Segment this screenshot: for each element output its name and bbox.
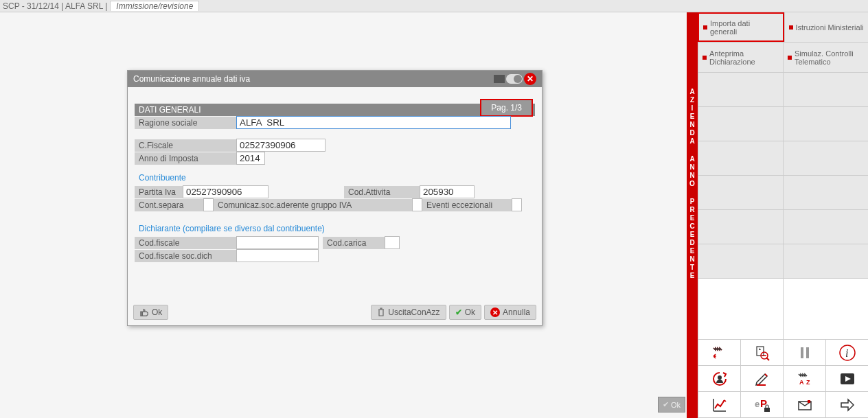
breadcrumb: SCP - 31/12/14 | ALFA SRL | (3, 1, 107, 11)
label-c-fiscale: C.Fiscale (135, 139, 236, 152)
section-contribuente: Contribuente (135, 170, 535, 185)
label-cod-fiscale: Cod.fiscale (135, 237, 236, 249)
empty-cell (698, 210, 783, 244)
label-cod-attivita: Cod.Attivita (344, 186, 420, 198)
ep-lock-icon: eP (753, 396, 771, 414)
empty-cell (698, 107, 783, 141)
info-icon: i (838, 344, 856, 362)
refresh-user-icon (711, 370, 729, 388)
pause-button[interactable] (783, 340, 825, 366)
input-eventi[interactable] (512, 198, 522, 211)
red-dot-icon (703, 25, 707, 30)
input-ragione-sociale[interactable] (236, 116, 511, 129)
empty-cell (783, 244, 868, 278)
toggle-icon[interactable] (506, 74, 523, 84)
factory-az-button[interactable]: AZ (783, 366, 825, 392)
message-icon (796, 396, 814, 414)
right-grid: Importa dati generali Istruzioni Ministe… (698, 12, 868, 418)
input-partita-iva[interactable] (183, 185, 269, 198)
play-button[interactable] (825, 366, 868, 392)
svg-text:Z: Z (806, 379, 810, 386)
chart-button[interactable] (698, 392, 740, 418)
arrow-right-icon (838, 396, 856, 414)
refresh-user-button[interactable] (698, 366, 740, 392)
red-strip-azienda: AZIENDA ANNO PRECEDENTE (687, 12, 698, 418)
svg-rect-5 (801, 347, 803, 358)
factory-back-icon (711, 344, 729, 362)
play-icon (838, 370, 856, 388)
label-anno-imposta: Anno di Imposta (135, 152, 236, 165)
svg-rect-18 (808, 400, 810, 403)
factory-az-icon: AZ (796, 370, 814, 388)
main-area: Comunicazione annuale dati iva ✕ DATI GE… (0, 12, 687, 418)
page-indicator: Pag. 1/3 (480, 99, 533, 117)
dialog-comunicazione: Comunicazione annuale dati iva ✕ DATI GE… (127, 70, 542, 326)
empty-cell (783, 73, 868, 106)
label-partita-iva: Partita Iva (135, 186, 183, 198)
section-dichiarante: Dichiarante (compilare se diverso dal co… (135, 221, 535, 236)
empty-cell (698, 279, 783, 339)
x-icon: ✕ (490, 307, 500, 317)
label-cod-carica: Cod.carica (323, 237, 385, 249)
arrow-right-button[interactable] (825, 392, 868, 418)
tab-immissione[interactable]: Immissione/revisione (110, 1, 199, 11)
annulla-button[interactable]: ✕ Annulla (484, 305, 536, 320)
empty-cell (783, 141, 868, 175)
pause-icon (796, 344, 814, 362)
info-button[interactable]: i (825, 340, 868, 366)
input-cod-fiscale-soc[interactable] (236, 249, 319, 262)
input-cont-separa[interactable] (203, 198, 214, 211)
svg-line-3 (766, 358, 769, 360)
dialog-title-bar: Comunicazione annuale dati iva ✕ (128, 71, 542, 87)
flag-icon[interactable] (494, 75, 505, 83)
svg-text:A: A (799, 379, 804, 386)
input-cod-carica[interactable] (385, 236, 400, 249)
zoom-button[interactable]: ▲ (740, 340, 783, 366)
ok-left-button[interactable]: Ok (133, 305, 168, 320)
empty-cell (783, 279, 868, 339)
cell-simulaz[interactable]: Simulaz. Controlli Telematico (783, 43, 868, 72)
ok-right-button[interactable]: ✔ Ok (449, 305, 481, 320)
message-button[interactable] (783, 392, 825, 418)
right-panel: AZIENDA ANNO PRECEDENTE Importa dati gen… (687, 12, 868, 418)
svg-text:e: e (755, 399, 760, 409)
annulla-label: Annulla (503, 307, 530, 317)
ep-lock-button[interactable]: eP (740, 392, 783, 418)
empty-cell (783, 176, 868, 209)
label-eventi: Eventi eccezionali (422, 199, 512, 211)
cell-importa-dati[interactable]: Importa dati generali (698, 12, 784, 42)
check-icon: ✔ (455, 307, 462, 317)
label-comunicaz: Comunicaz.soc.aderente gruppo IVA (214, 199, 412, 211)
thumb-icon (139, 308, 149, 316)
svg-rect-6 (806, 347, 809, 358)
section-header-dati-generali: DATI GENERALI Pag. 1/3 (135, 104, 535, 116)
svg-point-9 (718, 375, 722, 380)
svg-text:i: i (845, 347, 848, 359)
section-title: DATI GENERALI (139, 105, 201, 115)
input-anno-imposta[interactable] (236, 152, 265, 165)
input-comunicaz[interactable] (412, 198, 422, 211)
factory-back-button[interactable] (698, 340, 740, 366)
cell-anteprima[interactable]: Anteprima Dichiarazione (698, 43, 783, 72)
edit-icon (753, 370, 771, 388)
chart-icon (711, 396, 729, 414)
cell-istruzioni[interactable]: Istruzioni Ministeriali (784, 12, 869, 42)
label-cont-separa: Cont.separa (135, 199, 203, 211)
uscita-label: UscitaConAzz (388, 307, 439, 317)
input-c-fiscale[interactable] (236, 139, 326, 152)
input-cod-fiscale[interactable] (236, 236, 319, 249)
uscita-button[interactable]: UscitaConAzz (371, 305, 446, 320)
close-icon[interactable]: ✕ (524, 73, 536, 85)
dialog-title: Comunicazione annuale dati iva (133, 74, 250, 84)
label-ragione-sociale: Ragione sociale (135, 117, 236, 129)
input-cod-attivita[interactable] (420, 185, 475, 198)
ok-left-label: Ok (152, 307, 162, 317)
empty-cell (783, 210, 868, 244)
header-bar: SCP - 31/12/14 | ALFA SRL | Immissione/r… (0, 0, 868, 12)
bottom-ok-button[interactable]: ✔ Ok (658, 397, 685, 413)
check-icon: ✔ (663, 400, 669, 409)
empty-cell (698, 176, 783, 209)
empty-cell (698, 244, 783, 278)
edit-button[interactable] (740, 366, 783, 392)
trash-icon (377, 307, 385, 317)
